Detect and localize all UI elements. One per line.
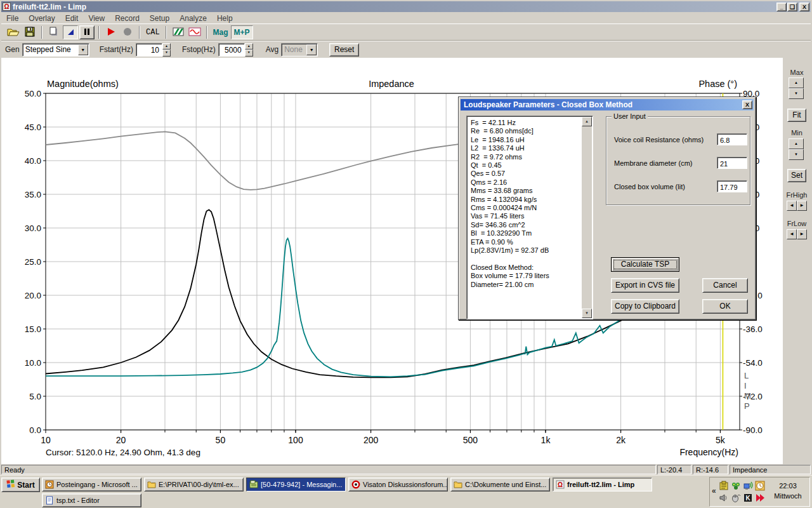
spin-right-icon[interactable]: ▶: [797, 201, 807, 211]
fstart-label: Fstart(Hz): [100, 45, 133, 54]
dialog-close-button[interactable]: X: [742, 100, 752, 109]
spin-up-icon[interactable]: ▲: [162, 43, 171, 50]
mouse-tray-icon[interactable]: [731, 493, 741, 503]
taskbar-button-label: Posteingang - Microsoft ...: [56, 481, 138, 488]
calculate-tsp-button[interactable]: Calculate TSP: [611, 257, 679, 272]
minimize-button[interactable]: _: [776, 3, 787, 11]
scroll-down-icon[interactable]: ▼: [582, 309, 592, 318]
listbox-scrollbar[interactable]: ▲ ▼: [582, 117, 592, 318]
taskbar-button[interactable]: E:\PRIVAT\00-diy\tml-ex...: [144, 478, 244, 491]
pause-icon: [83, 28, 91, 37]
new-overlay-button[interactable]: [46, 25, 62, 39]
menu-item-help[interactable]: Help: [212, 13, 238, 24]
record-play-button[interactable]: [103, 25, 119, 39]
status-left-level: L:-20.4: [657, 465, 691, 474]
kaspersky-tray-icon[interactable]: K: [743, 493, 753, 503]
spin-up-icon[interactable]: ▲: [789, 138, 804, 149]
network-tray-icon[interactable]: [743, 481, 753, 491]
user-input-legend: User Input: [612, 112, 648, 120]
max-spinner: ▲▼: [789, 77, 804, 99]
menu-bar: FileOverlayEditViewRecordSetupAnalyzeHel…: [1, 13, 811, 23]
open-file-button[interactable]: [6, 25, 21, 39]
green-stripes-icon: [173, 27, 184, 37]
svg-text:P: P: [744, 401, 750, 411]
membrane-diameter-input[interactable]: [717, 157, 747, 169]
tray-day[interactable]: Mittwoch: [768, 492, 808, 500]
app-titlebar: Ω freiluft-tt2.lim - Limp _ ❏ X: [1, 1, 811, 12]
svg-text:5.0: 5.0: [29, 392, 41, 401]
cancel-button[interactable]: Cancel: [702, 278, 748, 293]
generator-toggle-button[interactable]: [63, 25, 78, 39]
spin-down-icon[interactable]: ▼: [789, 88, 804, 99]
taskbar-button[interactable]: Visaton Diskussionsforum...: [348, 478, 448, 491]
clover-tray-icon[interactable]: [731, 481, 741, 491]
spin-down-icon[interactable]: ▼: [162, 50, 171, 57]
notes-tray-icon[interactable]: [719, 481, 729, 491]
magnitude-view-button[interactable]: Mag: [211, 25, 231, 39]
export-csv-button[interactable]: Export in CVS file: [611, 278, 679, 293]
svg-text:50: 50: [216, 435, 226, 445]
svg-text:2k: 2k: [616, 435, 626, 445]
magnitude-phase-view-button[interactable]: M+P: [231, 25, 253, 39]
start-button[interactable]: Start: [1, 478, 40, 492]
volume-tray-icon[interactable]: [719, 493, 729, 503]
voice-coil-label: Voice coil Resistance (ohms): [614, 136, 717, 144]
menu-item-overlay[interactable]: Overlay: [23, 13, 60, 24]
rlc-analyzer-button[interactable]: [171, 25, 186, 39]
arrow-tray-icon[interactable]: [755, 493, 765, 503]
frhigh-spinner: ◀▶: [787, 201, 807, 211]
menu-item-edit[interactable]: Edit: [60, 13, 84, 24]
save-button[interactable]: [22, 25, 37, 39]
svg-text:-90.0: -90.0: [743, 425, 763, 435]
box-volume-input[interactable]: [717, 180, 747, 192]
spin-left-icon[interactable]: ◀: [787, 201, 797, 211]
loudspeaker-parameters-dialog: Loudspeaker Parameters - Closed Box Meth…: [458, 97, 756, 320]
menu-item-analyze[interactable]: Analyze: [174, 13, 212, 24]
calibrate-button[interactable]: CAL: [143, 25, 162, 39]
scroll-up-icon[interactable]: ▲: [582, 117, 592, 126]
tray-clock[interactable]: 22:03: [768, 482, 808, 490]
fit-button[interactable]: Fit: [787, 109, 806, 122]
close-button[interactable]: X: [799, 3, 809, 11]
svg-text:0.0: 0.0: [29, 425, 41, 435]
avg-value: None: [282, 45, 306, 54]
spin-down-icon[interactable]: ▼: [789, 149, 804, 160]
generator-type-select[interactable]: Stepped Sine ▼: [22, 43, 89, 57]
svg-text:20.0: 20.0: [25, 291, 41, 300]
set-button[interactable]: Set: [787, 169, 806, 182]
spin-left-icon[interactable]: ◀: [787, 229, 797, 239]
ok-button[interactable]: OK: [702, 299, 748, 314]
clock-tray-icon[interactable]: [755, 481, 765, 491]
signal-generator-button[interactable]: [187, 25, 202, 39]
menu-item-record[interactable]: Record: [110, 13, 145, 24]
tray-chevron-icon[interactable]: «: [712, 486, 716, 495]
fstop-label: Fstop(Hz): [182, 45, 216, 54]
reset-button[interactable]: Reset: [329, 43, 359, 57]
svg-text:Phase (°): Phase (°): [698, 79, 737, 89]
spin-right-icon[interactable]: ▶: [797, 229, 807, 239]
chevron-down-icon[interactable]: ▼: [78, 44, 88, 55]
taskbar-button[interactable]: [50-479-942] - Messagin...: [246, 478, 346, 491]
fstart-input[interactable]: [136, 43, 162, 57]
record-stop-button[interactable]: [120, 25, 135, 39]
voice-coil-input[interactable]: [717, 133, 747, 145]
spin-down-icon[interactable]: ▼: [245, 50, 253, 57]
taskbar-button[interactable]: Ωfreiluft-tt2.lim - Limp: [553, 478, 652, 491]
maximize-button[interactable]: ❏: [787, 3, 797, 11]
svg-text:Frequency(Hz): Frequency(Hz): [679, 447, 738, 457]
taskbar-button[interactable]: Posteingang - Microsoft ...: [42, 478, 141, 491]
svg-text:Impedance: Impedance: [369, 79, 414, 89]
parameters-listbox[interactable]: Fs = 42.11 Hz Re = 6.80 ohms[dc] Le = 19…: [466, 116, 593, 319]
menu-item-file[interactable]: File: [1, 13, 23, 24]
menu-item-view[interactable]: View: [83, 13, 110, 24]
spin-up-icon[interactable]: ▲: [789, 77, 804, 88]
menu-item-setup[interactable]: Setup: [145, 13, 174, 24]
pause-button[interactable]: [79, 25, 95, 39]
taskbar-button[interactable]: tsp.txt - Editor: [42, 493, 141, 507]
taskbar-button[interactable]: C:\Dokumente und Einst...: [450, 478, 550, 491]
copy-to-clipboard-button[interactable]: Copy to Clipboard: [611, 299, 679, 314]
svg-text:40.0: 40.0: [25, 156, 41, 166]
fstop-input[interactable]: [218, 43, 245, 57]
spin-up-icon[interactable]: ▲: [245, 43, 253, 50]
avg-select: None ▼: [281, 43, 318, 57]
